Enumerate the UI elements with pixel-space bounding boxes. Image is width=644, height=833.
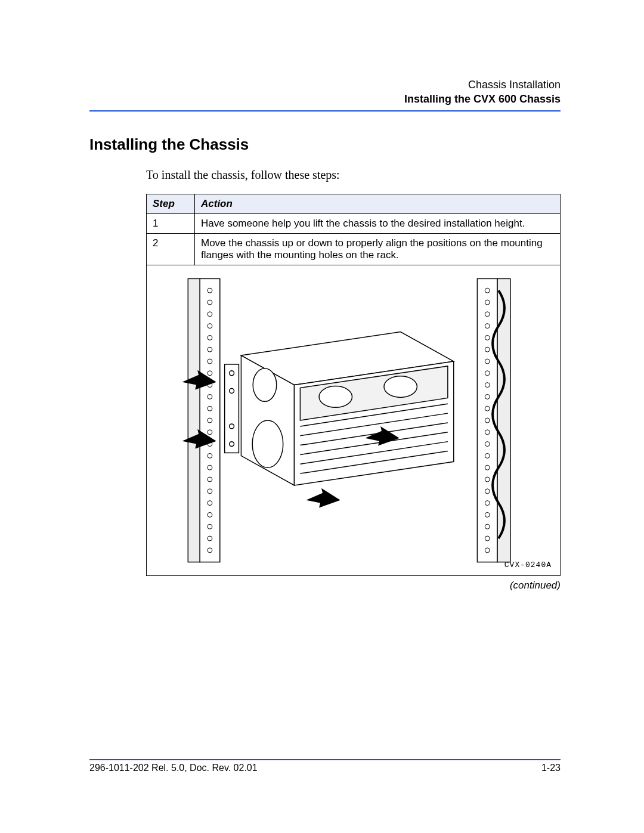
svg-point-17 (208, 465, 212, 470)
svg-point-42 (485, 465, 490, 470)
continued-label: (continued) (146, 580, 561, 592)
steps-table: Step Action 1 Have someone help you lift… (146, 194, 561, 576)
svg-point-6 (208, 335, 212, 340)
steps-table-wrap: Step Action 1 Have someone help you lift… (146, 194, 561, 592)
svg-point-20 (208, 500, 212, 505)
intro-text: To install the chassis, follow these ste… (146, 168, 561, 182)
page: Chassis Installation Installing the CVX … (0, 0, 644, 833)
table-row: CVX-0240A (147, 265, 561, 575)
svg-point-32 (485, 347, 490, 352)
svg-point-12 (208, 406, 212, 411)
svg-point-33 (485, 359, 490, 364)
figure-cell: CVX-0240A (147, 265, 561, 575)
svg-point-14 (208, 429, 212, 434)
step-action: Have someone help you lift the chassis t… (195, 213, 561, 233)
svg-point-35 (485, 382, 490, 387)
step-action: Move the chassis up or down to properly … (195, 233, 561, 265)
svg-point-8 (208, 359, 212, 364)
svg-point-18 (208, 477, 212, 482)
svg-point-28 (485, 300, 490, 305)
svg-point-9 (208, 370, 212, 375)
header-chapter: Chassis Installation (89, 78, 561, 92)
svg-point-49 (485, 547, 490, 552)
svg-point-29 (485, 311, 490, 316)
svg-rect-1 (188, 278, 200, 562)
svg-point-31 (485, 335, 490, 340)
svg-point-55 (384, 376, 417, 397)
svg-point-11 (208, 394, 212, 399)
table-row: 1 Have someone help you lift the chassis… (147, 213, 561, 233)
svg-point-23 (208, 536, 212, 541)
svg-point-38 (485, 418, 490, 423)
page-footer: 296-1011-202 Rel. 5.0, Doc. Rev. 02.01 1… (89, 759, 561, 773)
svg-point-27 (485, 288, 490, 293)
svg-point-66 (230, 388, 234, 393)
page-title: Installing the Chassis (89, 135, 561, 154)
table-row: 2 Move the chassis up or down to properl… (147, 233, 561, 265)
svg-point-44 (485, 488, 490, 493)
svg-point-67 (230, 424, 234, 429)
svg-point-39 (485, 429, 490, 434)
page-number: 1-23 (541, 763, 561, 773)
svg-point-2 (208, 288, 212, 293)
svg-point-36 (485, 394, 490, 399)
col-step: Step (147, 194, 195, 213)
svg-point-65 (230, 370, 234, 375)
chassis-rack-figure: CVX-0240A (147, 265, 560, 575)
svg-point-68 (230, 441, 234, 446)
svg-point-34 (485, 370, 490, 375)
col-action: Action (195, 194, 561, 213)
svg-point-16 (208, 453, 212, 458)
running-header: Chassis Installation Installing the CVX … (89, 78, 561, 107)
step-number: 2 (147, 233, 195, 265)
svg-point-5 (208, 323, 212, 328)
svg-point-45 (485, 500, 490, 505)
svg-point-41 (485, 453, 490, 458)
footer-rule (89, 759, 561, 760)
svg-point-19 (208, 488, 212, 493)
svg-point-40 (485, 441, 490, 446)
svg-point-63 (253, 368, 277, 401)
svg-point-4 (208, 311, 212, 316)
svg-rect-64 (225, 364, 239, 453)
svg-point-13 (208, 418, 212, 423)
doc-revision: 296-1011-202 Rel. 5.0, Doc. Rev. 02.01 (89, 763, 258, 773)
header-section: Installing the CVX 600 Chassis (89, 92, 561, 106)
figure-id-label: CVX-0240A (504, 561, 552, 569)
svg-point-30 (485, 323, 490, 328)
svg-point-46 (485, 512, 490, 517)
svg-point-24 (208, 547, 212, 552)
header-rule (89, 110, 561, 112)
svg-point-54 (319, 386, 352, 407)
svg-point-21 (208, 512, 212, 517)
svg-point-37 (485, 406, 490, 411)
svg-point-47 (485, 524, 490, 529)
svg-point-3 (208, 300, 212, 305)
step-number: 1 (147, 213, 195, 233)
svg-point-43 (485, 477, 490, 482)
svg-point-7 (208, 347, 212, 352)
chassis-illustration (147, 265, 560, 575)
svg-point-62 (252, 420, 283, 467)
svg-point-48 (485, 536, 490, 541)
svg-marker-72 (306, 488, 340, 507)
svg-point-22 (208, 524, 212, 529)
